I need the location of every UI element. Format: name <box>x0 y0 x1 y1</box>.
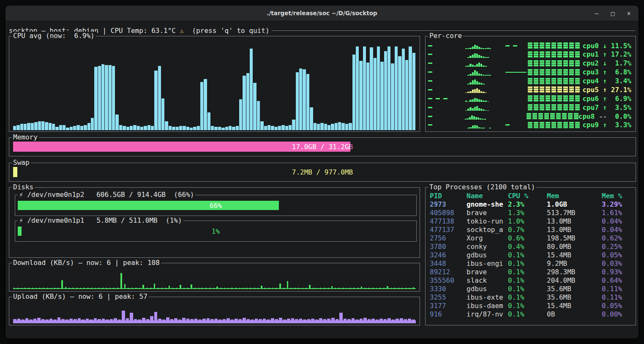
cpu-usage-bar <box>341 123 344 130</box>
process-cell-mem: 1.0GB <box>547 200 602 209</box>
close-button[interactable]: × <box>626 10 632 17</box>
process-cell-mem: 80.0MB <box>547 243 602 251</box>
process-cell-memp: 0.62% <box>602 234 632 243</box>
cpu-usage-bar <box>363 46 366 130</box>
process-cell-pid: 2756 <box>430 234 467 243</box>
cpu-usage-bar <box>306 74 309 130</box>
download-bar <box>120 273 122 288</box>
disk-item-label: /dev/nvme0n1p1 5.8MB / 511.0MB (1%) <box>23 216 182 224</box>
cpu-usage-bar <box>183 126 186 130</box>
cpu-usage-bar <box>84 125 87 130</box>
cpu-usage-bar <box>257 101 260 130</box>
core-history-marks <box>428 107 465 108</box>
cpu-usage-bar <box>158 66 161 130</box>
process-row[interactable]: 3780conky0.4%80.0MB0.25% <box>430 243 632 251</box>
core-activity-block <box>528 42 581 49</box>
swap-gauge-fill: 7.2MB / 977.0MB <box>13 167 17 177</box>
cpu-usage-bar <box>63 125 65 130</box>
cpu-usage-bar <box>380 62 383 130</box>
process-cell-name: Xorg <box>467 234 508 243</box>
cpu-usage-bar <box>264 126 267 130</box>
process-cell-mem: 513.7MB <box>547 209 602 217</box>
process-cell-cpu: 0.7% <box>508 226 547 234</box>
process-row[interactable]: 405898brave1.3%513.7MB1.61% <box>430 209 632 217</box>
process-row[interactable]: 3330gdbus0.1%35.6MB0.11% <box>430 285 632 293</box>
memory-gauge-fill: 17.0GB / 31.2GB <box>13 142 350 152</box>
core-row-cpu3: cpu3 ↑ 6.8% <box>428 68 632 76</box>
cpu-usage-bar <box>331 124 334 130</box>
upload-panel: Upload (KB/s) — now: 6 | peak: 57 <box>9 297 420 325</box>
core-activity-block <box>528 122 581 128</box>
download-bar <box>309 285 311 288</box>
process-row[interactable]: 355560slack0.1%204.0MB0.64% <box>430 276 632 285</box>
cpu-usage-bar <box>352 55 355 130</box>
core-label: cpu0 ↓ 11.5% <box>581 42 631 50</box>
titlebar[interactable]: ./target/release/soc ~/D/G/socktop – □ × <box>5 5 639 21</box>
core-label: cpu3 ↑ 6.8% <box>581 68 631 76</box>
cpu-usage-bar <box>197 126 200 130</box>
cpu-usage-bar <box>176 127 179 130</box>
disk-gauge-label-filled: 1% <box>18 227 22 235</box>
window-controls: – □ × <box>594 5 632 21</box>
maximize-button[interactable]: □ <box>610 10 616 17</box>
core-row-cpu6: cpu6 ↑ 6.9% <box>428 94 632 103</box>
process-row[interactable]: 3246gdbus0.1%15.4MB0.05% <box>430 251 632 259</box>
process-row[interactable]: 477138tokio-run1.0%13.0MB0.04% <box>430 217 632 226</box>
process-row[interactable]: 916irq/87-nv0.1%0B0.00% <box>430 310 632 319</box>
cpu-usage-bar <box>207 112 210 130</box>
cpu-usage-bar <box>250 49 253 130</box>
core-row-cpu4: cpu4 ↑ 3.4% <box>428 77 632 85</box>
cpu-usage-bar <box>398 56 401 130</box>
core-sparkline <box>465 95 504 102</box>
process-cell-name: gnome-she <box>467 200 508 209</box>
cpu-usage-bar <box>338 122 341 130</box>
process-row[interactable]: 3255ibus-exte0.1%35.6MB0.11% <box>430 293 632 302</box>
cpu-usage-bar <box>232 127 235 130</box>
cpu-usage-bar <box>387 46 390 130</box>
cpu-usage-bar <box>126 127 129 130</box>
process-row[interactable]: 2973gnome-she2.3%1.0GB3.29% <box>430 200 632 209</box>
process-cell-cpu: 0.6% <box>508 234 547 243</box>
process-row[interactable]: 3177ibus-daem0.1%15.4MB0.05% <box>430 302 632 310</box>
minimize-button[interactable]: – <box>594 10 600 17</box>
process-cell-cpu: 2.3% <box>508 200 547 209</box>
process-row[interactable]: 3448ibus-engi0.1%9.2MB0.03% <box>430 259 632 268</box>
process-cell-pid: 2973 <box>430 200 467 209</box>
process-row[interactable]: 2756Xorg0.6%198.5MB0.62% <box>430 234 632 243</box>
process-cell-memp: 0.93% <box>602 268 632 276</box>
core-label: cpu5 ↑ 27.1% <box>581 86 631 94</box>
per-core-rows: cpu0 ↓ 11.5%cpu1 ↑ 17.2%cpu2 ↓ 1.7%cpu3 … <box>428 41 632 129</box>
cpu-usage-bar <box>172 127 175 130</box>
process-cell-cpu: 1.3% <box>508 209 547 217</box>
cpu-usage-bar <box>236 126 239 130</box>
process-cell-memp: 0.25% <box>602 243 632 251</box>
core-label: cpu1 ↑ 17.2% <box>581 50 631 58</box>
cpu-usage-bar <box>59 125 62 130</box>
core-sparkline <box>465 42 504 49</box>
process-cell-name: slack <box>467 276 508 285</box>
core-label: cpu4 ↑ 3.4% <box>581 77 631 85</box>
swap-gauge-label: 7.2MB / 977.0MB <box>13 168 632 176</box>
process-row[interactable]: 477137socktop_a0.7%13.0MB0.04% <box>430 226 632 234</box>
cpu-usage-bar <box>140 127 143 130</box>
core-label: cpu8 -- 0.0% <box>579 112 631 120</box>
cpu-usage-bar <box>395 46 398 130</box>
cpu-usage-bar <box>310 107 313 130</box>
cpu-usage-bar <box>299 68 302 130</box>
process-cell-cpu: 0.4% <box>508 243 547 251</box>
process-row[interactable]: 89212brave0.1%298.3MB0.93% <box>430 268 632 276</box>
upload-bar <box>130 313 133 320</box>
cpu-usage-bar <box>193 127 196 130</box>
download-chart <box>13 270 416 288</box>
cpu-usage-bar <box>119 125 122 130</box>
core-label: cpu6 ↑ 6.9% <box>581 95 631 103</box>
process-table-body: 2973gnome-she2.3%1.0GB3.29%405898brave1.… <box>430 200 632 319</box>
cpu-usage-bar <box>335 123 338 130</box>
cpu-usage-bar <box>16 125 19 130</box>
process-cell-mem: 13.0MB <box>547 226 602 234</box>
per-core-panel: Per-core cpu0 ↓ 11.5%cpu1 ↑ 17.2%cpu2 ↓ … <box>425 36 636 132</box>
core-sparkline <box>465 69 504 76</box>
cpu-usage-bar <box>200 82 203 130</box>
cpu-usage-bar <box>154 71 157 130</box>
process-cell-memp: 0.04% <box>602 226 632 234</box>
